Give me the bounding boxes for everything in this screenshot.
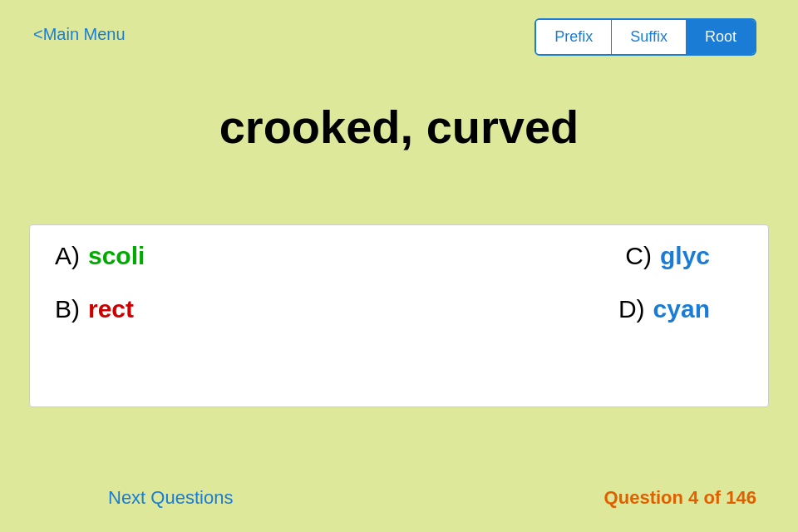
- tab-prefix[interactable]: Prefix: [536, 20, 612, 54]
- answer-item-a[interactable]: A) scoli: [55, 242, 399, 270]
- answer-item-b[interactable]: B) rect: [55, 295, 399, 323]
- tab-suffix[interactable]: Suffix: [612, 20, 687, 54]
- answer-value-c: glyc: [660, 242, 710, 270]
- answer-box: A) scoli C) glyc B) rect D) cyan: [29, 224, 769, 407]
- answer-label-c: C): [625, 242, 652, 270]
- answer-value-b: rect: [88, 295, 134, 323]
- answers-grid: A) scoli C) glyc B) rect D) cyan: [55, 242, 743, 323]
- answer-item-c[interactable]: C) glyc: [399, 242, 743, 270]
- answer-item-d[interactable]: D) cyan: [399, 295, 743, 323]
- question-counter: Question 4 of 146: [604, 487, 756, 509]
- answer-label-d: D): [618, 295, 645, 323]
- answer-value-d: cyan: [653, 295, 710, 323]
- answer-value-a: scoli: [88, 242, 145, 270]
- next-questions-button[interactable]: Next Questions: [108, 487, 233, 509]
- tab-root[interactable]: Root: [687, 20, 755, 54]
- answer-label-a: A): [55, 242, 80, 270]
- main-menu-link[interactable]: <Main Menu: [33, 25, 126, 43]
- tab-group: Prefix Suffix Root: [534, 18, 756, 56]
- answer-label-b: B): [55, 295, 80, 323]
- question-text: crooked, curved: [0, 100, 798, 154]
